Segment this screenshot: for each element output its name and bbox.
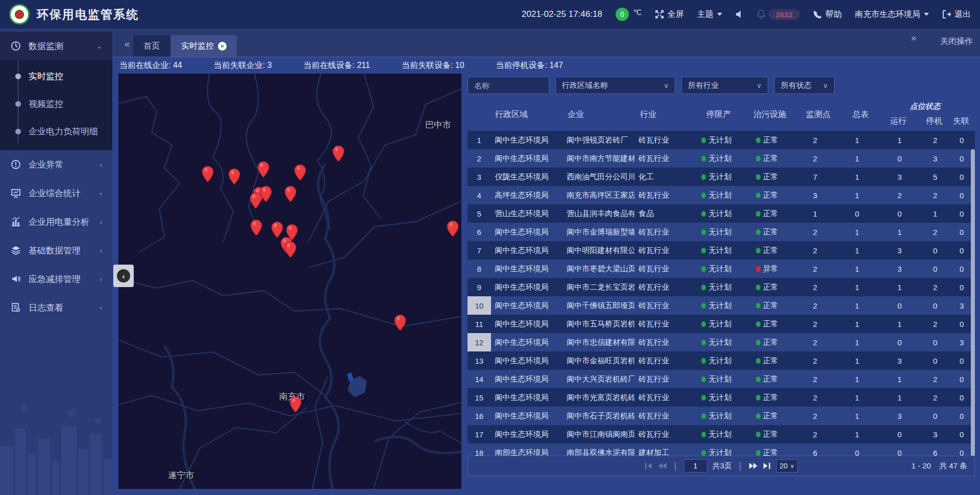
sidebar-item-power-analysis[interactable]: 企业用电量分析‹ — [0, 207, 112, 236]
map-pin-icon[interactable] — [446, 220, 459, 239]
table-row[interactable]: 12阆中生态环境局阆中市忠信建材有限公砖瓦行业无计划正常21003 — [468, 333, 975, 351]
first-page-icon[interactable] — [645, 462, 653, 469]
table-row[interactable]: 16阆中生态环境局阆中市石子页岩机砖厂砖瓦行业无计划正常21300 — [468, 407, 975, 425]
map-pin-icon[interactable] — [257, 161, 270, 180]
cell-industry: 食品 — [634, 204, 692, 223]
status-dot-icon — [701, 321, 706, 327]
table-row[interactable]: 6阆中生态环境局阆中市金博瑞新型墙材砖瓦行业无计划正常21120 — [468, 223, 975, 241]
map-pin-icon[interactable] — [250, 193, 262, 211]
fullscreen-button[interactable]: 全屏 — [655, 9, 684, 20]
last-page-icon[interactable] — [763, 462, 771, 469]
theme-dropdown[interactable]: 主题 — [697, 9, 722, 20]
cell-production-status: 无计划 — [692, 186, 741, 204]
sidebar-item-enterprise-stats[interactable]: 企业综合统计‹ — [0, 179, 112, 207]
sub-column-header: 停机 — [921, 116, 948, 127]
status-dot-icon — [756, 229, 761, 235]
table-row[interactable]: 13阆中生态环境局阆中市金福旺页岩机砖砖瓦行业无计划正常21300 — [468, 351, 975, 370]
industry-filter-select[interactable]: 所有行业∨ — [681, 77, 768, 94]
cell-running: 3 — [877, 351, 922, 370]
table-row[interactable]: 14阆中生态环境局阆中大兴页岩机砖厂砖瓦行业无计划正常21120 — [468, 370, 975, 388]
map-pin-icon[interactable] — [201, 166, 214, 185]
cell-industry: 砖瓦行业 — [634, 407, 692, 425]
sidebar-item-power-load-detail[interactable]: 企业电力负荷明细 — [0, 117, 112, 145]
status-dot-icon — [701, 413, 706, 419]
status-dot-icon — [701, 248, 706, 253]
cell-monitor-points: 2 — [793, 296, 837, 315]
table-row[interactable]: 18南部生态环境局南部县双佛水泥有限公建材加工无计划正常60060 — [468, 443, 975, 456]
close-icon[interactable]: ✕ — [218, 42, 227, 51]
table-row[interactable]: 1阆中生态环境局阆中强锐页岩砖厂砖瓦行业无计划正常21120 — [468, 131, 975, 149]
cell-running: 1 — [877, 223, 922, 241]
map-pin-icon[interactable] — [394, 314, 406, 333]
cell-facility-status: 正常 — [741, 425, 793, 443]
column-header — [468, 98, 491, 131]
tab-实时监控[interactable]: 实时监控✕ — [171, 35, 237, 57]
table-row[interactable]: 4高坪生态环境局南充市高坪区王家店建砖瓦行业无计划正常31220 — [468, 186, 975, 204]
table-scrollbar[interactable] — [971, 149, 975, 474]
table-row[interactable]: 11阆中生态环境局阆中市五马桥页岩机砖砖瓦行业无计划正常21120 — [468, 315, 975, 333]
table-row[interactable]: 3仪陇生态环境局西南油气田分公司川中化工无计划正常71350 — [468, 168, 975, 186]
region-filter-select[interactable]: 行政区域名称∨ — [555, 77, 675, 94]
cell-industry: 砖瓦行业 — [634, 223, 692, 241]
row-number: 16 — [468, 407, 491, 425]
tabs-scroll-left-icon[interactable]: « — [119, 39, 133, 57]
map-pin-icon[interactable] — [294, 164, 307, 183]
sidebar-item-realtime-monitor[interactable]: 实时监控 — [0, 62, 112, 90]
cell-stopped: 0 — [922, 351, 949, 370]
help-button[interactable]: 帮助 — [813, 9, 842, 20]
cell-production-status: 无计划 — [692, 223, 741, 241]
prev-page-icon[interactable] — [658, 462, 667, 469]
sidebar-item-data-monitoring[interactable]: 数据监测⌄ — [0, 32, 112, 60]
table-row[interactable]: 17阆中生态环境局阆中市江南镇阆南页岩砖瓦行业无计划正常21030 — [468, 425, 975, 443]
table-row[interactable]: 2阆中生态环境局阆中市南方节能建材有砖瓦行业无计划正常21030 — [468, 149, 975, 168]
cell-company: 阆中市光富页岩机砖厂 — [562, 388, 634, 407]
map-pin-icon[interactable] — [332, 145, 345, 164]
sidebar-item-enterprise-abnormal[interactable]: 企业异常‹ — [0, 150, 112, 179]
name-filter-input[interactable] — [468, 77, 549, 94]
temperature-value: 0 — [616, 8, 629, 21]
map-pin-icon[interactable] — [284, 186, 297, 205]
cell-company: 阆中强锐页岩砖厂 — [562, 131, 634, 149]
map-canvas[interactable]: 巴中市南充市遂宁市 — [118, 74, 461, 489]
cell-stopped: 2 — [922, 388, 949, 407]
sidebar-collapse-button[interactable]: ‹ — [113, 265, 134, 287]
org-dropdown[interactable]: 南充市生态环境局 — [855, 9, 929, 20]
row-number: 17 — [468, 425, 491, 443]
sidebar-item-log-view[interactable]: 日志查看‹ — [0, 293, 112, 322]
table-row[interactable]: 7阆中生态环境局阆中明阳建材有限公司砖瓦行业无计划正常21300 — [468, 241, 975, 260]
status-dot-icon — [756, 248, 761, 253]
cell-total-meters: 1 — [837, 296, 877, 315]
cell-stopped: 3 — [922, 149, 949, 168]
column-header: 总表 — [840, 98, 881, 131]
map-pin-icon[interactable] — [289, 396, 302, 415]
next-page-icon[interactable] — [749, 462, 758, 469]
table-row[interactable]: 9阆中生态环境局阆中市二龙长宝页岩砖砖瓦行业无计划正常21120 — [468, 278, 975, 296]
cell-facility-status: 正常 — [741, 149, 793, 168]
sidebar-item-base-data-mgmt[interactable]: 基础数据管理‹ — [0, 236, 112, 265]
cell-running: 0 — [877, 443, 922, 456]
status-dot-icon — [701, 285, 706, 290]
table-row[interactable]: 5营山生态环境局营山县润丰肉食品有限食品无计划正常10010 — [468, 204, 975, 223]
logout-button[interactable]: 退出 — [942, 9, 971, 20]
point-status-group-header: 点位状态 — [876, 102, 974, 111]
sidebar-item-video-monitor[interactable]: 视频监控 — [0, 90, 112, 117]
sound-button[interactable] — [736, 10, 744, 18]
tab-首页[interactable]: 首页 — [133, 35, 170, 57]
table-row[interactable]: 8阆中生态环境局阆中市枣碧大梁山页岩砖瓦行业无计划异常21300 — [468, 260, 975, 278]
status-filter-select[interactable]: 所有状态∨ — [774, 77, 835, 94]
notification-badge[interactable]: 2632 — [757, 9, 800, 20]
table-row[interactable]: 10阆中生态环境局阆中千佛镇五郎垭页岩砖瓦行业无计划正常21003 — [468, 296, 975, 315]
table-row[interactable]: 15阆中生态环境局阆中市光富页岩机砖厂砖瓦行业无计划正常21120 — [468, 388, 975, 407]
map-pin-icon[interactable] — [228, 169, 241, 187]
sidebar-item-emergency-mgmt[interactable]: 应急减排管理‹ — [0, 265, 112, 293]
page-size-select[interactable]: 20∨ — [776, 459, 798, 473]
page-number-input[interactable] — [684, 459, 707, 473]
cell-total-meters: 1 — [837, 333, 877, 351]
cell-total-meters: 1 — [837, 149, 877, 168]
tabs-scroll-right-icon[interactable]: » — [906, 33, 920, 51]
cell-region: 阆中生态环境局 — [491, 241, 563, 260]
map-pin-icon[interactable] — [250, 219, 263, 238]
close-operations-button[interactable]: 关闭操作 — [940, 36, 973, 47]
cell-running: 1 — [877, 388, 922, 407]
map-pin-icon[interactable] — [284, 242, 297, 261]
